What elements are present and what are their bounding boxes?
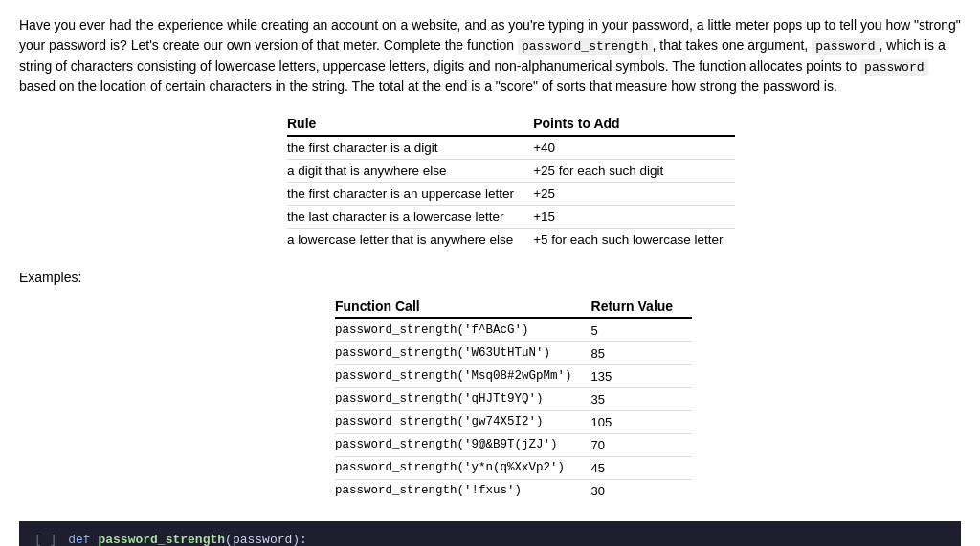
- examples-cell-call: password_strength('qHJTt9YQ'): [335, 388, 591, 411]
- rules-cell-rule: the first character is an uppercase lett…: [287, 183, 525, 206]
- rules-cell-points: +25 for each such digit: [525, 160, 734, 183]
- examples-table-row: password_strength('!fxus')30: [335, 480, 692, 503]
- examples-table: Function Call Return Value password_stre…: [335, 295, 692, 502]
- param-inline-1: password: [812, 38, 879, 55]
- rules-col-header-rule: Rule: [287, 112, 525, 136]
- examples-cell-call: password_strength('Msq08#2wGpMm'): [335, 365, 591, 388]
- examples-cell-call: password_strength('f^BAcG'): [335, 318, 591, 342]
- examples-cell-value: 45: [591, 457, 693, 480]
- code-param: password: [233, 531, 292, 546]
- code-spacing: [60, 531, 68, 546]
- rules-cell-rule: the first character is a digit: [287, 136, 525, 160]
- examples-cell-call: password_strength('9@&B9T(jZJ'): [335, 434, 591, 457]
- rules-table-row: the last character is a lowercase letter…: [287, 206, 735, 229]
- examples-label: Examples:: [19, 270, 961, 285]
- rules-cell-points: +40: [525, 136, 734, 160]
- rules-table-row: a digit that is anywhere else+25 for eac…: [287, 160, 735, 183]
- param-inline-2: password: [860, 59, 927, 76]
- desc-text-4: based on the location of certain charact…: [19, 78, 837, 94]
- rules-cell-rule: a digit that is anywhere else: [287, 160, 525, 183]
- rules-table-row: a lowercase letter that is anywhere else…: [287, 229, 735, 251]
- examples-table-row: password_strength('9@&B9T(jZJ')70: [335, 434, 692, 457]
- examples-cell-value: 105: [591, 411, 693, 434]
- code-def-keyword: def: [68, 531, 90, 546]
- examples-cell-value: 30: [591, 480, 693, 503]
- examples-col-header-call: Function Call: [335, 295, 591, 318]
- examples-col-header-value: Return Value: [591, 295, 693, 318]
- func-name-inline-1: password_strength: [518, 38, 653, 55]
- rules-table-container: Rule Points to Add the first character i…: [287, 112, 961, 251]
- code-func-name: password_strength: [98, 531, 225, 546]
- code-paren-open: (: [225, 531, 233, 546]
- rules-cell-points: +5 for each such lowercase letter: [525, 229, 734, 251]
- rules-cell-points: +25: [525, 183, 734, 206]
- code-space: [91, 531, 99, 546]
- rules-table-row: the first character is an uppercase lett…: [287, 183, 735, 206]
- rules-cell-points: +15: [525, 206, 734, 229]
- examples-cell-value: 85: [591, 342, 693, 365]
- code-block: [ ] def password_strength(password): pas…: [19, 521, 961, 546]
- examples-cell-value: 70: [591, 434, 693, 457]
- examples-cell-call: password_strength('y*n(q%XxVp2'): [335, 457, 591, 480]
- rules-col-header-points: Points to Add: [525, 112, 734, 136]
- rules-cell-rule: the last character is a lowercase letter: [287, 206, 525, 229]
- code-paren-close: ):: [292, 531, 307, 546]
- examples-cell-call: password_strength('gw74X5I2'): [335, 411, 591, 434]
- examples-cell-value: 35: [591, 388, 693, 411]
- code-bracket: [ ]: [34, 531, 56, 546]
- code-line-def: [ ] def password_strength(password):: [34, 531, 946, 546]
- description-paragraph: Have you ever had the experience while c…: [19, 15, 961, 97]
- desc-text-2: , that takes one argument,: [653, 37, 813, 53]
- examples-cell-value: 5: [591, 318, 693, 342]
- examples-table-row: password_strength('y*n(q%XxVp2')45: [335, 457, 692, 480]
- rules-cell-rule: a lowercase letter that is anywhere else: [287, 229, 525, 251]
- examples-cell-call: password_strength('W63UtHTuN'): [335, 342, 591, 365]
- rules-table: Rule Points to Add the first character i…: [287, 112, 735, 251]
- examples-table-row: password_strength('qHJTt9YQ')35: [335, 388, 692, 411]
- examples-cell-call: password_strength('!fxus'): [335, 480, 591, 503]
- examples-table-container: Function Call Return Value password_stre…: [335, 295, 961, 502]
- examples-table-row: password_strength('W63UtHTuN')85: [335, 342, 692, 365]
- rules-table-row: the first character is a digit+40: [287, 136, 735, 160]
- examples-table-row: password_strength('gw74X5I2')105: [335, 411, 692, 434]
- examples-table-row: password_strength('f^BAcG')5: [335, 318, 692, 342]
- examples-cell-value: 135: [591, 365, 693, 388]
- examples-table-row: password_strength('Msq08#2wGpMm')135: [335, 365, 692, 388]
